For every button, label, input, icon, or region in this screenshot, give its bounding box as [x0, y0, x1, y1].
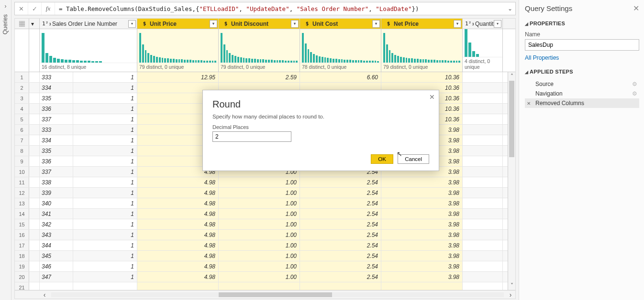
- cell-unit-cost: 2.54: [300, 188, 381, 198]
- cell-net-price: 3.98: [381, 251, 463, 261]
- column-label: Quantity: [475, 21, 497, 27]
- cell-quantity: [463, 219, 503, 229]
- close-panel-icon[interactable]: ✕: [633, 4, 639, 13]
- scroll-thumb-vertical[interactable]: [509, 81, 514, 157]
- vertical-scrollbar[interactable]: ˄ ˅: [508, 72, 515, 290]
- ok-button[interactable]: OK: [371, 154, 393, 164]
- cell-one: 1: [73, 167, 137, 177]
- gear-icon[interactable]: ⚙: [632, 81, 637, 87]
- table-row[interactable]: 1834514.981.002.543.98: [15, 251, 515, 261]
- cell-unit-cost: 2.54: [300, 261, 381, 271]
- row-number: 12: [15, 188, 29, 198]
- cell-unit-discount: 1.00: [219, 177, 300, 187]
- gear-icon[interactable]: ⚙: [632, 90, 637, 97]
- table-row[interactable]: 1634314.981.002.543.98: [15, 230, 515, 240]
- cell-quantity: [463, 177, 503, 187]
- cell-quantity: [463, 104, 503, 114]
- column-header-line[interactable]: 1²₃Sales Order Line Number▾: [40, 19, 137, 29]
- column-profile-uprice: 79 distinct, 0 unique: [137, 29, 219, 72]
- cell-one: 1: [73, 125, 137, 135]
- formula-expand-icon[interactable]: ⌄: [505, 5, 515, 12]
- column-filter-icon[interactable]: ▾: [494, 20, 501, 28]
- column-type-gutter[interactable]: ▾: [29, 19, 40, 29]
- row-number: 4: [15, 104, 29, 114]
- column-filter-icon[interactable]: ▾: [372, 20, 380, 28]
- cell-one: 1: [73, 261, 137, 271]
- formula-cancel-icon[interactable]: ✕: [15, 2, 28, 15]
- column-stats: 16 distinct, 8 unique: [40, 63, 137, 72]
- row-number: 5: [15, 114, 29, 124]
- column-label: Net Price: [394, 21, 419, 27]
- cell-quantity: [463, 251, 503, 261]
- cell-one: 1: [73, 209, 137, 219]
- cell-line: 340: [40, 198, 73, 208]
- column-filter-icon[interactable]: ▾: [210, 20, 217, 28]
- scroll-left-icon[interactable]: ‹: [40, 291, 49, 299]
- scroll-up-icon[interactable]: ˄: [508, 72, 515, 81]
- column-profile-nprice: 79 distinct, 0 unique: [381, 29, 463, 72]
- table-row[interactable]: 1233914.981.002.543.98: [15, 188, 515, 198]
- cell-line: 333: [40, 72, 73, 82]
- cell-unit-price: 4.98: [137, 209, 219, 219]
- name-label: Name: [525, 31, 639, 38]
- table-row[interactable]: 1734414.981.002.543.98: [15, 240, 515, 251]
- query-name-input[interactable]: [525, 39, 639, 51]
- table-row[interactable]: 1333112.952.596.6010.36: [15, 72, 515, 83]
- table-row[interactable]: 1534214.981.002.543.98: [15, 219, 515, 230]
- formula-commit-icon[interactable]: ✓: [28, 2, 42, 15]
- column-header-uprice[interactable]: $Unit Price▾: [137, 19, 219, 29]
- table-row[interactable]: 1133814.981.002.543.98: [15, 177, 515, 188]
- cell-quantity: [463, 188, 503, 198]
- cell-net-price: 3.98: [381, 209, 463, 219]
- dialog-close-icon[interactable]: ✕: [429, 93, 435, 101]
- cell-unit-price: 4.98: [137, 188, 219, 198]
- cell-unit-price: 4.98: [137, 272, 219, 282]
- cell-quantity: [463, 146, 503, 156]
- cell-unit-price: 4.98: [137, 251, 219, 261]
- row-number: 2: [15, 83, 29, 93]
- applied-step[interactable]: Navigation⚙: [525, 89, 639, 98]
- applied-step[interactable]: Source⚙: [525, 79, 639, 89]
- scroll-thumb-horizontal[interactable]: [219, 292, 332, 297]
- column-type-filter-icon: ▾: [31, 21, 34, 27]
- cell-unit-discount: 1.00: [219, 240, 300, 250]
- cell-unit-cost: 2.54: [300, 272, 381, 282]
- column-header-udisc[interactable]: $Unit Discount▾: [219, 19, 300, 29]
- horizontal-scrollbar[interactable]: ‹ ›: [15, 290, 515, 299]
- column-filter-icon[interactable]: ▾: [291, 20, 299, 28]
- table-row[interactable]: 1334014.981.002.543.98: [15, 198, 515, 209]
- cell-net-price: 3.98: [381, 261, 463, 271]
- formula-text[interactable]: = Table.RemoveColumns(DaxStudio_Sales,{"…: [55, 5, 505, 12]
- cell-net-price: 10.36: [381, 72, 463, 82]
- dialog-description: Specify how many decimal places to round…: [212, 114, 429, 119]
- cell-line: 341: [40, 209, 73, 219]
- queries-side-tab[interactable]: › Queries: [0, 0, 11, 300]
- cell-quantity: [463, 261, 503, 271]
- scroll-down-icon[interactable]: ˅: [508, 281, 515, 290]
- row-number: 1: [15, 72, 29, 82]
- fx-icon[interactable]: fx: [42, 2, 55, 15]
- cell-one: 1: [73, 114, 137, 124]
- column-header-ucost[interactable]: $Unit Cost▾: [300, 19, 381, 29]
- column-filter-icon[interactable]: ▾: [128, 20, 136, 28]
- cell-unit-discount: 1.00: [219, 209, 300, 219]
- column-label: Sales Order Line Number: [52, 21, 117, 27]
- column-header-nprice[interactable]: $Net Price▾: [381, 19, 463, 29]
- decimal-places-input[interactable]: [212, 131, 291, 142]
- all-properties-link[interactable]: All Properties: [525, 54, 639, 61]
- cell-line: 347: [40, 272, 73, 282]
- table-row[interactable]: 1434114.981.002.543.98: [15, 209, 515, 219]
- cell-one: 1: [73, 72, 137, 82]
- table-icon-cell[interactable]: [15, 19, 29, 29]
- row-number: 18: [15, 251, 29, 261]
- cell-one: 1: [73, 146, 137, 156]
- cell-unit-cost: 2.54: [300, 209, 381, 219]
- cancel-button[interactable]: Cancel: [398, 154, 429, 164]
- table-row[interactable]: 2034714.981.002.543.98: [15, 272, 515, 282]
- column-header-qty[interactable]: 1²₃Quantity▾: [463, 19, 503, 29]
- column-filter-icon[interactable]: ▾: [454, 20, 461, 28]
- table-row[interactable]: 1934614.981.002.543.98: [15, 261, 515, 272]
- applied-step[interactable]: Removed Columns: [525, 98, 639, 108]
- cell-line: 336: [40, 104, 73, 114]
- scroll-right-icon[interactable]: ›: [506, 291, 515, 299]
